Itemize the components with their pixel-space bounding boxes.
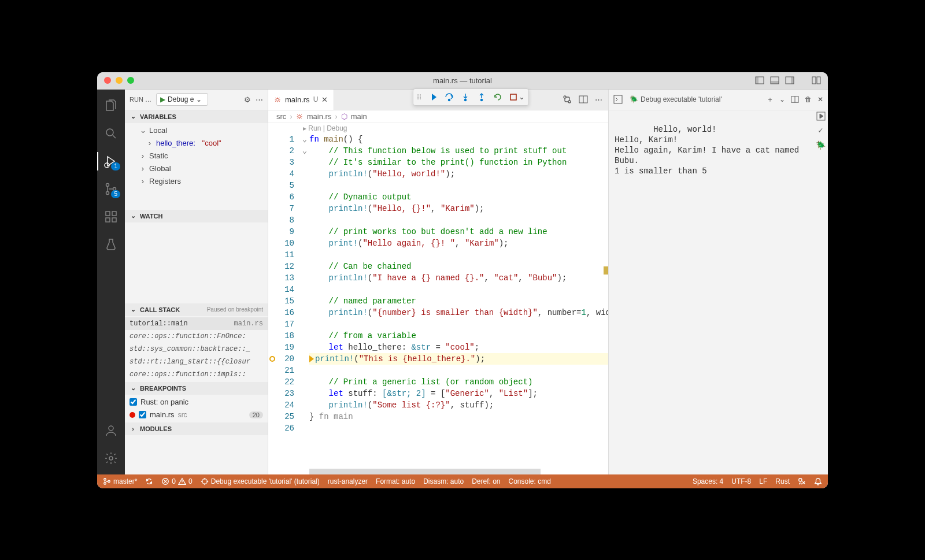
continue-button[interactable] <box>428 92 438 102</box>
line-number[interactable]: 22 <box>268 376 294 388</box>
fold-gutter[interactable] <box>300 272 309 284</box>
fold-gutter[interactable] <box>300 353 309 365</box>
git-branch-status[interactable]: master* <box>103 477 137 485</box>
line-number[interactable]: 5 <box>268 180 294 191</box>
code-line[interactable] <box>309 180 608 191</box>
encoding-status[interactable]: UTF-8 <box>731 477 751 485</box>
toggle-panel-icon[interactable] <box>770 76 779 85</box>
line-number[interactable]: 4 <box>268 168 294 180</box>
code-line[interactable]: println!("I have a {} named {}.", "cat",… <box>309 272 608 284</box>
code-line[interactable] <box>309 422 608 434</box>
callstack-frame[interactable]: core::ops::function::impls:: <box>125 368 268 381</box>
close-panel-icon[interactable]: ✕ <box>817 95 823 103</box>
code-line[interactable]: println!("Hello, world!"); <box>309 168 608 180</box>
problems-status[interactable]: 0 0 <box>161 477 192 485</box>
line-number[interactable]: 3 <box>268 157 294 168</box>
run-more-icon[interactable]: ⋯ <box>256 95 263 104</box>
code-line[interactable]: // print works too but doesn't add a new… <box>309 226 608 238</box>
code-line[interactable] <box>309 249 608 261</box>
line-number[interactable]: 6 <box>268 191 294 203</box>
horizontal-scrollbar[interactable] <box>309 469 541 474</box>
deref-status[interactable]: Deref: on <box>472 477 500 485</box>
zoom-window-button[interactable] <box>127 77 134 84</box>
line-number[interactable]: 2 <box>268 145 294 157</box>
line-number[interactable]: 13 <box>268 272 294 284</box>
search-activity[interactable] <box>97 122 125 145</box>
fold-gutter[interactable] <box>300 180 309 191</box>
modules-section-header[interactable]: › MODULES <box>125 422 268 435</box>
fold-gutter[interactable] <box>300 365 309 376</box>
line-number[interactable]: 9 <box>268 226 294 238</box>
terminal-toggle-icon[interactable] <box>613 95 624 104</box>
testing-activity[interactable] <box>97 233 125 256</box>
breakpoint-checkbox[interactable] <box>139 411 146 418</box>
code-line[interactable]: println!("This is {hello_there}."); <box>309 353 608 365</box>
code-editor[interactable]: 1234567891011121314151617181920212223242… <box>268 133 608 474</box>
code-line[interactable]: } fn main <box>309 411 608 422</box>
callstack-section-header[interactable]: ⌄ CALL STACK Paused on breakpoint <box>125 303 268 316</box>
line-number[interactable]: 17 <box>268 318 294 330</box>
extensions-activity[interactable] <box>97 205 125 228</box>
line-number[interactable]: 25 <box>268 411 294 422</box>
fold-gutter[interactable]: ⌄ <box>300 145 309 157</box>
fold-gutter[interactable] <box>300 295 309 307</box>
line-number[interactable]: 1 <box>268 133 294 145</box>
fold-gutter[interactable] <box>300 261 309 272</box>
disasm-status[interactable]: Disasm: auto <box>423 477 464 485</box>
step-over-button[interactable] <box>445 92 454 102</box>
line-number[interactable]: 15 <box>268 295 294 307</box>
fold-gutter[interactable] <box>300 168 309 180</box>
variables-scope-local[interactable]: ⌄Local <box>125 124 268 137</box>
editor-more-icon[interactable]: ⋯ <box>595 95 602 104</box>
fold-gutter[interactable] <box>300 342 309 353</box>
debug-session-label[interactable]: 🪲 Debug executable 'tutorial' <box>630 95 722 103</box>
callstack-frame[interactable]: std::sys_common::backtrace::_ <box>125 343 268 355</box>
line-number[interactable]: 7 <box>268 203 294 214</box>
terminal-bug-icon[interactable]: 🪲 <box>816 140 826 151</box>
code-line[interactable]: // from a variable <box>309 330 608 342</box>
run-debug-activity[interactable]: 1 <box>97 150 125 173</box>
chevron-down-icon[interactable]: ⌄ <box>779 95 785 103</box>
fold-gutter[interactable] <box>300 191 309 203</box>
customize-layout-icon[interactable] <box>812 76 821 85</box>
notifications-icon[interactable] <box>814 477 822 485</box>
code-line[interactable]: // named parameter <box>309 295 608 307</box>
indent-status[interactable]: Spaces: 4 <box>693 477 723 485</box>
code-line[interactable]: let hello_there: &str = "cool"; <box>309 342 608 353</box>
code-line[interactable]: println!("Hello, {}!", "Karim"); <box>309 203 608 214</box>
callstack-frame[interactable]: std::rt::lang_start::{{closur <box>125 355 268 368</box>
fold-gutter[interactable] <box>300 157 309 168</box>
line-number[interactable]: 24 <box>268 399 294 411</box>
fold-gutter[interactable] <box>300 411 309 422</box>
code-line[interactable]: // It's similar to the print() function … <box>309 157 608 168</box>
settings-activity[interactable] <box>97 447 125 470</box>
fold-gutter[interactable] <box>300 238 309 249</box>
variable-row[interactable]: › hello_there: "cool" <box>125 137 268 150</box>
rust-analyzer-status[interactable]: rust-analyzer <box>328 477 368 485</box>
breadcrumb-item[interactable]: src <box>276 112 286 121</box>
breakpoint-checkbox[interactable] <box>130 398 137 406</box>
code-line[interactable] <box>309 318 608 330</box>
code-line[interactable]: println!("Some list {:?}", stuff); <box>309 399 608 411</box>
line-number[interactable]: 11 <box>268 249 294 261</box>
breadcrumb-item[interactable]: main <box>351 112 367 121</box>
fold-gutter[interactable] <box>300 214 309 226</box>
terminal-run-icon[interactable] <box>816 112 826 121</box>
variables-scope-static[interactable]: ›Static <box>125 150 268 162</box>
code-line[interactable]: print!("Hello again, {}! ", "Karim"); <box>309 238 608 249</box>
fold-gutter[interactable] <box>300 307 309 318</box>
compare-changes-icon[interactable] <box>563 95 572 104</box>
breadcrumb-item[interactable]: main.rs <box>307 112 332 121</box>
fold-gutter[interactable] <box>300 330 309 342</box>
debug-settings-icon[interactable]: ⚙ <box>244 95 251 104</box>
tab-close-icon[interactable]: ✕ <box>321 95 328 104</box>
fold-gutter[interactable] <box>300 249 309 261</box>
variables-section-header[interactable]: ⌄ VARIABLES <box>125 110 268 123</box>
code-line[interactable]: // Can be chained <box>309 261 608 272</box>
code-line[interactable]: // Print a generic list (or random objec… <box>309 376 608 388</box>
code-line[interactable]: // This function below is used to print … <box>309 145 608 157</box>
variables-scope-registers[interactable]: ›Registers <box>125 175 268 188</box>
debug-config-select[interactable]: ▶ Debug e ⌄ <box>156 93 208 106</box>
breakpoint-row[interactable]: Rust: on panic <box>125 396 268 409</box>
breakpoints-section-header[interactable]: ⌄ BREAKPOINTS <box>125 382 268 395</box>
